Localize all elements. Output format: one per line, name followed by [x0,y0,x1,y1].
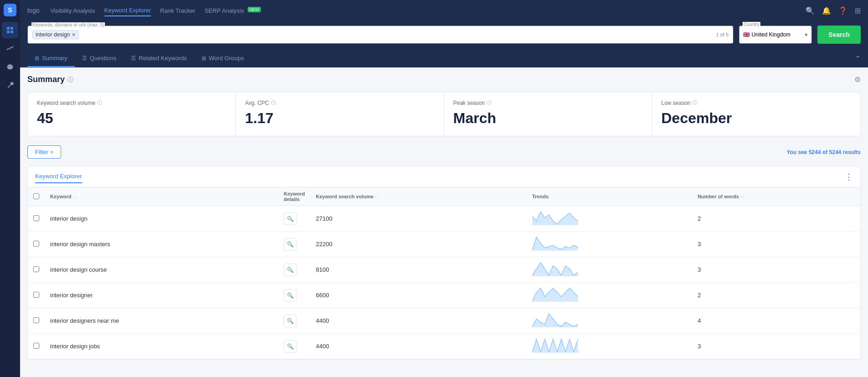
table-more-options-icon[interactable]: ⋮ [845,172,853,182]
table-tab-keyword-explorer[interactable]: Keyword Explorer [35,170,82,183]
keyword-cell: interior design masters [45,232,278,257]
sidebar-item-analytics[interactable] [2,40,18,57]
avg-cpc-info-icon[interactable]: ⓘ [271,99,276,106]
keyword-details-cell: 🔍 [278,206,310,232]
table-header-row: Keyword Explorer ⋮ [28,166,860,187]
app-logo[interactable]: S [4,4,16,16]
nav-item-serp-analysis[interactable]: SERP Analysis NEW [204,5,260,16]
sidebar-item-dashboard[interactable] [2,22,18,38]
grid-icon[interactable]: ⊞ [855,6,861,15]
volume-cell: 6600 [311,283,527,308]
filter-row: Filter + You see 5244 of 5244 results [27,145,861,159]
row-checkbox[interactable] [33,317,39,323]
country-select[interactable]: 🇬🇧 United Kingdom [739,26,812,44]
keyword-details-button[interactable]: 🔍 [284,289,296,302]
bell-icon[interactable]: 🔔 [822,6,831,15]
keyword-input-container[interactable]: Keywords, domains or urls (max. 5) inter… [27,26,733,44]
tab-questions-label: Questions [90,55,117,62]
row-checkbox[interactable] [33,292,39,298]
tab-related-keywords[interactable]: ☰ Related Keywords [124,50,194,67]
nav-item-keyword-explorer[interactable]: Keyword Explorer [104,5,151,16]
tabs-area: ⊞ Summary ☰ Questions ☰ Related Keywords… [20,50,868,67]
low-season-info-icon[interactable]: ⓘ [692,99,697,106]
tab-summary[interactable]: ⊞ Summary [27,50,75,67]
tab-questions[interactable]: ☰ Questions [75,50,124,67]
table-header: Keyword Keyword details Keyword search v… [28,187,860,206]
search-button[interactable]: Search [817,26,861,44]
nav-logo: logo [27,7,39,14]
word-count-cell: 2 [692,283,860,308]
keyword-details-cell: 🔍 [278,334,310,359]
keyword-cell: interior design [45,206,278,232]
sidebar-item-plugins[interactable] [2,58,18,75]
stat-value-avg-cpc: 1.17 [245,110,434,127]
word-count-cell: 3 [692,232,860,257]
stat-label-search-volume: Keyword search volume ⓘ [37,99,226,106]
trend-cell [527,257,692,283]
keyword-tag-close-icon[interactable]: ✕ [72,32,76,38]
row-checkbox[interactable] [33,343,39,349]
col-header-word-count[interactable]: Number of words [692,187,860,206]
search-bar-area: Keywords, domains or urls (max. 5) inter… [20,21,868,50]
col-header-trends: Trends [527,187,692,206]
volume-cell: 27100 [311,206,527,232]
questions-tab-icon: ☰ [82,55,87,62]
keyword-details-button[interactable]: 🔍 [284,263,296,276]
word-count-cell: 2 [692,206,860,232]
summary-info-icon[interactable]: ⓘ [68,76,73,84]
keyword-cell: interior designer [45,283,278,308]
keyword-details-cell: 🔍 [278,232,310,257]
row-checkbox-cell [28,232,45,257]
results-current: 5244 [809,149,821,155]
peak-season-info-icon[interactable]: ⓘ [487,99,492,106]
col-header-keyword[interactable]: Keyword [45,187,278,206]
keyword-details-button[interactable]: 🔍 [284,212,296,225]
keyword-details-cell: 🔍 [278,257,310,283]
help-icon[interactable]: ❓ [838,6,847,15]
table-row: interior designers near me🔍4400 4 [28,308,860,334]
keyword-cell: interior designers near me [45,308,278,334]
select-all-checkbox[interactable] [33,193,39,199]
filter-button[interactable]: Filter + [27,145,61,159]
table-row: interior designer🔍6600 2 [28,283,860,308]
col-header-volume[interactable]: Keyword search volume [311,187,527,206]
svg-marker-4 [532,212,578,225]
col-header-details[interactable]: Keyword details [278,187,310,206]
summary-tab-icon: ⊞ [35,55,39,62]
search-icon[interactable]: 🔍 [806,6,815,15]
table-row: interior design jobs🔍4400 3 [28,334,860,359]
keyword-tag-text: interior design [36,31,70,38]
word-groups-tab-icon: ⊞ [202,55,206,62]
trend-cell [527,334,692,359]
search-volume-info-icon[interactable]: ⓘ [97,99,102,106]
nav-item-visibility[interactable]: Visibility Analysis [50,5,95,16]
stat-value-low-season: December [661,110,851,127]
svg-rect-1 [10,27,13,30]
keyword-details-button[interactable]: 🔍 [284,315,296,327]
keyword-details-button[interactable]: 🔍 [284,340,296,353]
svg-rect-3 [10,31,13,33]
tab-word-groups[interactable]: ⊞ Word Groups [194,50,251,67]
svg-marker-5 [532,237,578,251]
trend-cell [527,232,692,257]
volume-cell: 8100 [311,257,527,283]
tabs-collapse-icon[interactable]: ⌃ [855,54,861,63]
keyword-tag: interior design ✕ [32,30,79,39]
row-checkbox[interactable] [33,215,39,221]
results-total: 5244 [829,149,842,155]
main-content: logo Visibility Analysis Keyword Explore… [20,0,868,377]
trend-sparkline [532,211,578,225]
keyword-details-button[interactable]: 🔍 [284,238,296,251]
summary-gear-icon[interactable]: ⚙ [854,75,861,84]
row-checkbox[interactable] [33,266,39,272]
content-area: Summary ⓘ ⚙ Keyword search volume ⓘ 45 A… [20,67,868,377]
nav-item-rank-tracker[interactable]: Rank Tracker [160,5,195,16]
sidebar-item-tools[interactable] [2,77,18,93]
stat-card-search-volume: Keyword search volume ⓘ 45 [28,92,236,136]
nav-badge-new: NEW [248,7,261,12]
row-checkbox-cell [28,283,45,308]
row-checkbox[interactable] [33,241,39,247]
sidebar: S [0,0,20,377]
trend-sparkline [532,338,578,353]
table-row: interior design masters🔍22200 3 [28,232,860,257]
